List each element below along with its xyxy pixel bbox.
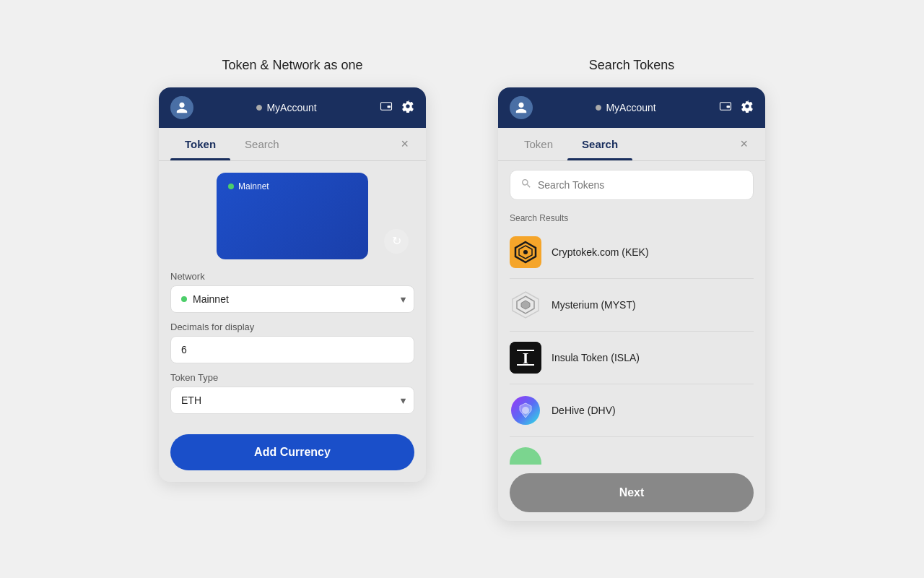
decimals-input[interactable] xyxy=(170,336,414,363)
svg-point-7 xyxy=(523,250,528,254)
myst-logo xyxy=(510,289,541,321)
search-input-row xyxy=(510,170,754,200)
right-avatar-icon xyxy=(510,96,533,119)
token-type-select[interactable]: ETH xyxy=(170,387,414,414)
left-wallet-icon[interactable] xyxy=(380,100,393,116)
left-panel-body: Mainnet ↻ Network Mainnet xyxy=(159,161,426,482)
right-phone-card: MyAccount Token Search xyxy=(498,87,765,521)
network-select-wrapper: Mainnet ▾ xyxy=(170,285,414,313)
left-avatar-icon xyxy=(170,96,193,119)
right-header-dot xyxy=(596,105,601,111)
right-panel-title: Search Tokens xyxy=(589,58,675,73)
svg-point-16 xyxy=(522,407,529,414)
left-app-header: MyAccount xyxy=(159,87,426,128)
list-item[interactable]: Cryptokek.com (KEK) xyxy=(510,226,754,279)
svg-point-17 xyxy=(511,449,540,465)
left-panel-title: Token & Network as one xyxy=(222,58,362,73)
svg-rect-1 xyxy=(388,105,391,108)
right-close-button[interactable]: × xyxy=(734,131,754,158)
left-tabs-bar: Token Search × xyxy=(159,128,426,161)
token-type-select-wrapper: ETH ▾ xyxy=(170,387,414,414)
list-item[interactable]: Mysterium (MYST) xyxy=(510,279,754,332)
token-type-field-group: Token Type ETH ▾ xyxy=(170,372,414,414)
list-item[interactable] xyxy=(510,437,754,465)
token-name-myst: Mysterium (MYST) xyxy=(552,299,636,311)
left-header-icons xyxy=(380,100,414,116)
token-type-value: ETH xyxy=(181,394,201,406)
right-panel-section: Search Tokens MyAccount xyxy=(498,58,765,521)
page-wrapper: Token & Network as one MyAccount xyxy=(0,29,924,550)
left-header-dot xyxy=(256,105,262,111)
network-field-label: Network xyxy=(170,271,414,282)
right-app-header: MyAccount xyxy=(498,87,765,128)
token-card-blue: Mainnet xyxy=(217,173,368,259)
partial-logo xyxy=(510,447,541,465)
right-tabs-bar: Token Search × xyxy=(498,128,765,161)
right-header-icons xyxy=(719,100,754,116)
decimals-field-label: Decimals for display xyxy=(170,322,414,332)
token-name-isla: Insula Token (ISLA) xyxy=(552,352,640,363)
left-gear-icon[interactable] xyxy=(401,100,414,116)
search-icon xyxy=(520,178,532,192)
left-account-name: MyAccount xyxy=(266,102,316,113)
token-type-label: Token Type xyxy=(170,372,414,383)
refresh-icon[interactable]: ↻ xyxy=(384,229,409,254)
token-name-kek: Cryptokek.com (KEK) xyxy=(552,246,649,258)
token-card-network: Mainnet xyxy=(228,181,357,191)
search-tokens-input[interactable] xyxy=(538,179,743,191)
mainnet-dot xyxy=(181,296,187,302)
left-tab-token[interactable]: Token xyxy=(170,128,230,160)
network-select[interactable]: Mainnet xyxy=(170,285,414,313)
kek-logo xyxy=(510,236,541,268)
svg-marker-10 xyxy=(521,301,530,309)
token-card-wrapper: Mainnet ↻ xyxy=(170,173,414,259)
right-tab-search[interactable]: Search xyxy=(567,128,632,160)
decimals-field-group: Decimals for display xyxy=(170,322,414,363)
token-name-dhv: DeHive (DHV) xyxy=(552,405,616,416)
left-close-button[interactable]: × xyxy=(395,131,414,158)
token-card-network-dot xyxy=(228,184,234,189)
network-value: Mainnet xyxy=(193,293,229,305)
network-field-group: Network Mainnet ▾ xyxy=(170,271,414,313)
right-account-name: MyAccount xyxy=(606,102,655,113)
left-phone-card: MyAccount Token Search xyxy=(159,87,426,482)
right-header-account: MyAccount xyxy=(540,102,712,113)
list-item[interactable]: DeHive (DHV) xyxy=(510,384,754,437)
right-wallet-icon[interactable] xyxy=(719,100,732,116)
left-tab-search[interactable]: Search xyxy=(230,128,294,160)
search-bar-wrapper xyxy=(498,161,765,209)
left-header-account: MyAccount xyxy=(201,102,372,113)
next-button[interactable]: Next xyxy=(510,473,754,512)
add-currency-button[interactable]: Add Currency xyxy=(170,434,414,470)
token-card-network-label: Mainnet xyxy=(238,181,269,191)
right-tab-token[interactable]: Token xyxy=(510,128,567,160)
search-results-label: Search Results xyxy=(498,209,765,226)
list-item[interactable]: I Insula Token (ISLA) xyxy=(510,332,754,384)
isla-logo: I xyxy=(510,342,541,374)
svg-rect-3 xyxy=(727,105,731,108)
right-gear-icon[interactable] xyxy=(741,100,754,116)
dhv-logo xyxy=(510,394,541,426)
left-panel-section: Token & Network as one MyAccount xyxy=(159,58,426,482)
token-list: Cryptokek.com (KEK) Mysterium (MYST) xyxy=(498,226,765,465)
